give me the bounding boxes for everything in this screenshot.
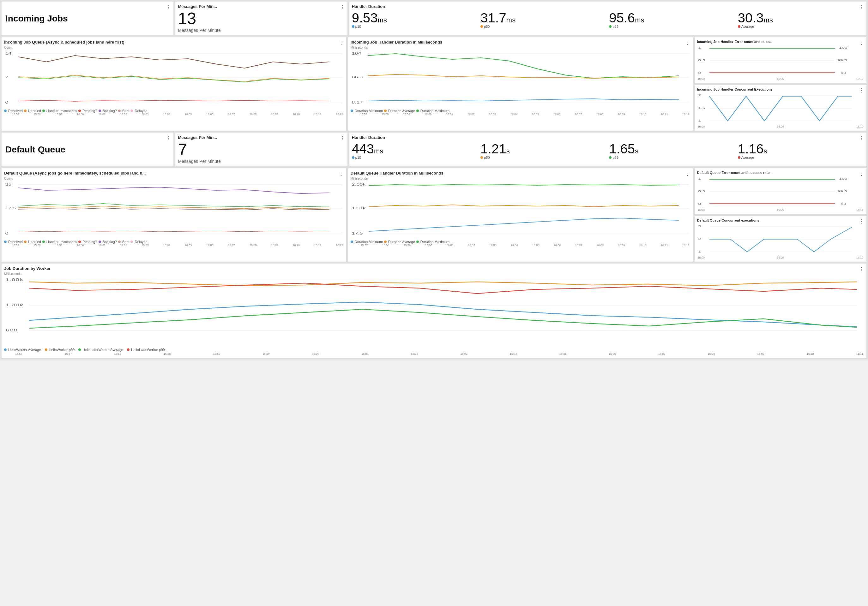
hd-stat-p50: 31.7ms p50 <box>480 11 606 28</box>
svg-text:1.30k: 1.30k <box>6 303 23 307</box>
dq-concurrent-x-labels: 16:0016:0516:10 <box>697 256 864 259</box>
default-queue-mpm-panel: Messages Per Min... ⋮ 7 Messages Per Min… <box>175 132 347 167</box>
legend-received: Received <box>4 109 23 113</box>
hd-p99-label: p99 <box>609 25 735 28</box>
hd-p10-value: 9.53ms <box>352 11 478 25</box>
default-queue-hd-chart-menu[interactable]: ⋮ <box>685 171 690 177</box>
svg-text:2: 2 <box>698 237 701 241</box>
incoming-queue-legend: Received Handled Handler Invocations Pen… <box>4 109 344 113</box>
dq-hd-stat-p99: 1.65s p99 <box>609 142 735 159</box>
incoming-jobs-menu-icon[interactable]: ⋮ <box>166 4 171 10</box>
incoming-hd-chart-menu[interactable]: ⋮ <box>685 40 690 46</box>
dq-legend-received: Received <box>4 240 23 244</box>
dq-hd-p10-label: p10 <box>352 156 478 159</box>
incoming-jobs-hd-menu[interactable]: ⋮ <box>859 4 864 10</box>
hd-p50-value: 31.7ms <box>480 11 606 25</box>
svg-text:2.00k: 2.00k <box>352 183 366 186</box>
incoming-jobs-mpm-panel: Messages Per Min... ⋮ 13 Messages Per Mi… <box>175 1 347 36</box>
incoming-jobs-hd-stats: 9.53ms p10 31.7ms p50 95.6ms p99 30.3ms … <box>352 11 864 28</box>
svg-text:17.5: 17.5 <box>352 232 363 235</box>
svg-text:8.17: 8.17 <box>352 100 363 104</box>
hd-avg-value: 30.3ms <box>738 11 864 25</box>
incoming-jobs-mpm-label: Messages Per Minute <box>178 28 345 33</box>
hd-stat-p99: 95.6ms p99 <box>609 11 735 28</box>
default-queue-header-row: Default Queue ⋮ Messages Per Min... ⋮ 7 … <box>1 132 867 167</box>
svg-text:0: 0 <box>698 203 701 206</box>
default-queue-y-label: Count <box>4 177 344 180</box>
svg-text:86.3: 86.3 <box>352 76 363 79</box>
svg-text:17.5: 17.5 <box>5 206 16 210</box>
job-duration-row: Job Duration by Worker ⋮ Milliseconds 1.… <box>1 263 867 358</box>
svg-text:1: 1 <box>698 119 701 122</box>
default-queue-chart-title: Default Queue (Async jobs go here immedi… <box>4 171 344 175</box>
default-queue-hd-stats: 443ms p10 1.21s p50 1.65s p99 1.16s Aver… <box>352 142 864 159</box>
svg-text:1.99k: 1.99k <box>6 278 23 281</box>
svg-text:0.5: 0.5 <box>698 190 705 193</box>
jd-legend-hw-avg: HelloWorker Average <box>4 348 41 352</box>
dq-legend-dur-min: Duration Minimum <box>350 240 383 244</box>
svg-text:100: 100 <box>839 46 847 49</box>
default-queue-hd-title: Handler Duration <box>352 135 864 140</box>
default-queue-menu-icon[interactable]: ⋮ <box>166 135 171 141</box>
svg-text:0: 0 <box>698 71 701 74</box>
incoming-handler-duration-chart-panel: Incoming Job Handler Duration in Millise… <box>348 37 693 131</box>
default-queue-concurrent-menu[interactable]: ⋮ <box>859 218 864 224</box>
jd-legend-hlw-p99: HelloLaterWorker p99 <box>127 348 165 352</box>
incoming-queue-chart-area: 14 7 0 <box>4 50 344 108</box>
job-duration-y-label: Milliseconds <box>4 272 864 275</box>
incoming-concurrent-chart-area: 2 1.5 1 <box>697 93 864 125</box>
default-queue-chart-menu[interactable]: ⋮ <box>339 171 344 177</box>
job-duration-panel: Job Duration by Worker ⋮ Milliseconds 1.… <box>1 263 867 358</box>
default-queue-hd-chart-title: Default Queue Handler Duration in Millis… <box>350 171 690 175</box>
incoming-jobs-title-panel: Incoming Jobs ⋮ <box>1 1 174 36</box>
incoming-concurrent-title: Incoming Job Handler Concurrent Executio… <box>697 87 864 91</box>
job-duration-legend: HelloWorker Average HelloWorker p99 Hell… <box>4 348 864 352</box>
svg-text:99.5: 99.5 <box>837 59 847 62</box>
incoming-error-chart-area: 1 0.5 0 100 99.5 99 <box>697 45 864 77</box>
svg-text:100: 100 <box>839 177 847 180</box>
incoming-queue-menu[interactable]: ⋮ <box>339 40 344 46</box>
hd-avg-label: Average <box>738 25 864 28</box>
dq-hd-p10-value: 443ms <box>352 142 478 156</box>
jd-x-labels: 15:5715:5715:5815:5815:5915:5916:0016:01… <box>4 352 864 356</box>
hd-p99-value: 95.6ms <box>609 11 735 25</box>
dq-hd-x-labels: 15:5715:5815:5916:0016:0116:0216:0316:04… <box>350 244 690 247</box>
job-duration-chart-area: 1.99k 1.30k 608 <box>4 276 864 346</box>
dq-legend-dur-avg: Duration Average <box>384 240 415 244</box>
dq-legend-handled: Handled <box>24 240 41 244</box>
legend-pending: Pending? <box>78 109 97 113</box>
default-queue-error-menu[interactable]: ⋮ <box>859 171 864 177</box>
job-duration-menu[interactable]: ⋮ <box>859 266 864 272</box>
incoming-error-menu[interactable]: ⋮ <box>859 40 864 46</box>
default-queue-error-chart-panel: Default Queue Error count and success ra… <box>694 168 867 214</box>
svg-text:0.5: 0.5 <box>698 59 705 62</box>
svg-text:1.5: 1.5 <box>698 107 705 110</box>
dq-legend-sent: Sent <box>118 240 130 244</box>
incoming-jobs-mpm-menu[interactable]: ⋮ <box>340 4 345 10</box>
dq-legend-dur-max: Duration Maximum <box>416 240 450 244</box>
incoming-hd-chart-title: Incoming Job Handler Duration in Millise… <box>350 40 690 45</box>
incoming-hd-chart-area: 164 86.3 8.17 <box>350 50 690 108</box>
svg-text:2: 2 <box>698 94 701 97</box>
dq-legend-delayed: Delayed <box>130 240 147 244</box>
default-queue-mpm-menu[interactable]: ⋮ <box>340 135 345 141</box>
dq-hd-avg-label: Average <box>738 156 864 159</box>
incoming-concurrent-menu[interactable]: ⋮ <box>859 87 864 93</box>
default-queue-hd-chart-panel: Default Queue Handler Duration in Millis… <box>348 168 693 262</box>
incoming-error-chart-panel: Incoming Job Handler Error count and suc… <box>694 37 867 83</box>
incoming-hd-legend: Duration Minimum Duration Average Durati… <box>350 109 690 113</box>
incoming-hd-y-label: Milliseconds <box>350 46 690 49</box>
incoming-queue-chart-panel: Incoming Job Queue (Async & scheduled jo… <box>1 37 347 131</box>
default-queue-hd-y-label: Milliseconds <box>350 177 690 180</box>
default-queue-hd-menu[interactable]: ⋮ <box>859 135 864 141</box>
default-queue-concurrent-title: Default Queue Concurrent executions <box>697 218 864 222</box>
incoming-queue-y-label: Count <box>4 46 344 49</box>
default-queue-chart-area: 35 17.5 0 <box>4 181 344 239</box>
default-queue-error-title: Default Queue Error count and success ra… <box>697 171 864 175</box>
default-queue-hd-legend: Duration Minimum Duration Average Durati… <box>350 240 690 244</box>
svg-text:99: 99 <box>840 203 846 206</box>
hd-stat-p10: 9.53ms p10 <box>352 11 478 28</box>
incoming-jobs-mpm-value: 13 <box>178 10 345 26</box>
incoming-error-x-labels: 16:0016:0516:10 <box>697 77 864 80</box>
svg-text:35: 35 <box>5 183 12 186</box>
